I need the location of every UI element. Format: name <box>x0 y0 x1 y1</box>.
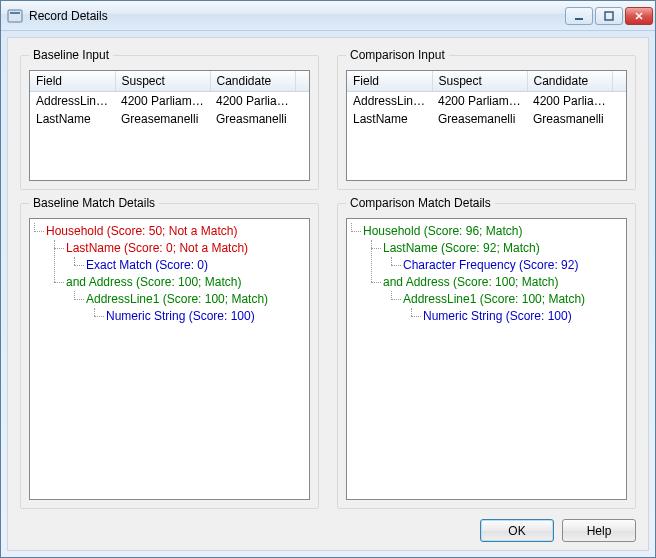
close-button[interactable] <box>625 7 653 25</box>
table-header-row: Field Suspect Candidate <box>347 71 626 92</box>
cell-candidate: 4200 Parliame... <box>527 92 612 111</box>
tree-node[interactable]: Household (Score: 96; Match) LastName (S… <box>363 223 624 325</box>
svg-rect-2 <box>575 18 583 20</box>
baseline-match-legend: Baseline Match Details <box>29 196 159 210</box>
tree-node[interactable]: Numeric String (Score: 100) <box>423 308 624 325</box>
tree-label: Household (Score: 96; Match) <box>363 224 522 238</box>
comparison-match-group: Comparison Match Details Household (Scor… <box>337 196 636 509</box>
comparison-input-table: Field Suspect Candidate AddressLine1 420… <box>347 71 626 128</box>
comparison-input-legend: Comparison Input <box>346 48 449 62</box>
tree-node[interactable]: Character Frequency (Score: 92) <box>403 257 624 274</box>
tree-node[interactable]: Exact Match (Score: 0) <box>86 257 307 274</box>
tree-node[interactable]: AddressLine1 (Score: 100; Match) Numeric… <box>403 291 624 325</box>
client-area: Baseline Input Field Suspect Candidate <box>7 37 649 551</box>
tree-node[interactable]: Numeric String (Score: 100) <box>106 308 307 325</box>
cell-candidate: Greasmanelli <box>210 110 295 128</box>
table-row[interactable]: LastName Greasemanelli Greasmanelli <box>30 110 309 128</box>
cell-suspect: 4200 Parliame... <box>115 92 210 111</box>
window-title: Record Details <box>29 9 565 23</box>
minimize-button[interactable] <box>565 7 593 25</box>
window-buttons <box>565 7 653 25</box>
cell-candidate: 4200 Parliame... <box>210 92 295 111</box>
content-grid: Baseline Input Field Suspect Candidate <box>20 48 636 509</box>
cell-field: LastName <box>30 110 115 128</box>
tree-node[interactable]: AddressLine1 (Score: 100; Match) Numeric… <box>86 291 307 325</box>
tree-label: Numeric String (Score: 100) <box>423 309 572 323</box>
col-spacer <box>295 71 309 92</box>
tree-node[interactable]: LastName (Score: 0; Not a Match) Exact M… <box>66 240 307 274</box>
help-button[interactable]: Help <box>562 519 636 542</box>
svg-rect-1 <box>10 12 20 14</box>
baseline-input-list[interactable]: Field Suspect Candidate AddressLine1 420… <box>29 70 310 181</box>
tree-label: LastName (Score: 0; Not a Match) <box>66 241 248 255</box>
col-spacer <box>612 71 626 92</box>
cell-field: AddressLine1 <box>347 92 432 111</box>
col-field[interactable]: Field <box>347 71 432 92</box>
tree-label: Numeric String (Score: 100) <box>106 309 255 323</box>
table-header-row: Field Suspect Candidate <box>30 71 309 92</box>
col-suspect[interactable]: Suspect <box>115 71 210 92</box>
tree-node[interactable]: LastName (Score: 92; Match) Character Fr… <box>383 240 624 274</box>
cell-field: AddressLine1 <box>30 92 115 111</box>
baseline-input-legend: Baseline Input <box>29 48 113 62</box>
ok-button[interactable]: OK <box>480 519 554 542</box>
svg-rect-0 <box>8 10 22 22</box>
tree-node[interactable]: and Address (Score: 100; Match) AddressL… <box>383 274 624 325</box>
window: Record Details Baseline Input <box>0 0 656 558</box>
tree-label: Exact Match (Score: 0) <box>86 258 208 272</box>
tree-node[interactable]: and Address (Score: 100; Match) AddressL… <box>66 274 307 325</box>
tree-label: LastName (Score: 92; Match) <box>383 241 540 255</box>
comparison-input-list[interactable]: Field Suspect Candidate AddressLine1 420… <box>346 70 627 181</box>
maximize-button[interactable] <box>595 7 623 25</box>
comparison-input-group: Comparison Input Field Suspect Candidate <box>337 48 636 190</box>
cell-suspect: Greasemanelli <box>115 110 210 128</box>
cell-suspect: Greasemanelli <box>432 110 527 128</box>
dialog-footer: OK Help <box>20 509 636 542</box>
table-row[interactable]: AddressLine1 4200 Parliame... 4200 Parli… <box>30 92 309 111</box>
cell-suspect: 4200 Parliame... <box>432 92 527 111</box>
tree-node[interactable]: Household (Score: 50; Not a Match) LastN… <box>46 223 307 325</box>
titlebar: Record Details <box>1 1 655 31</box>
col-candidate[interactable]: Candidate <box>527 71 612 92</box>
tree-label: Character Frequency (Score: 92) <box>403 258 578 272</box>
cell-field: LastName <box>347 110 432 128</box>
tree-label: Household (Score: 50; Not a Match) <box>46 224 237 238</box>
app-icon <box>7 8 23 24</box>
tree-label: and Address (Score: 100; Match) <box>66 275 241 289</box>
baseline-input-group: Baseline Input Field Suspect Candidate <box>20 48 319 190</box>
comparison-match-tree[interactable]: Household (Score: 96; Match) LastName (S… <box>346 218 627 500</box>
tree-label: AddressLine1 (Score: 100; Match) <box>86 292 268 306</box>
tree-label: AddressLine1 (Score: 100; Match) <box>403 292 585 306</box>
col-field[interactable]: Field <box>30 71 115 92</box>
tree-label: and Address (Score: 100; Match) <box>383 275 558 289</box>
cell-candidate: Greasmanelli <box>527 110 612 128</box>
baseline-match-tree[interactable]: Household (Score: 50; Not a Match) LastN… <box>29 218 310 500</box>
col-suspect[interactable]: Suspect <box>432 71 527 92</box>
svg-rect-3 <box>605 12 613 20</box>
comparison-match-legend: Comparison Match Details <box>346 196 495 210</box>
table-row[interactable]: LastName Greasemanelli Greasmanelli <box>347 110 626 128</box>
baseline-match-group: Baseline Match Details Household (Score:… <box>20 196 319 509</box>
col-candidate[interactable]: Candidate <box>210 71 295 92</box>
baseline-input-table: Field Suspect Candidate AddressLine1 420… <box>30 71 309 128</box>
table-row[interactable]: AddressLine1 4200 Parliame... 4200 Parli… <box>347 92 626 111</box>
